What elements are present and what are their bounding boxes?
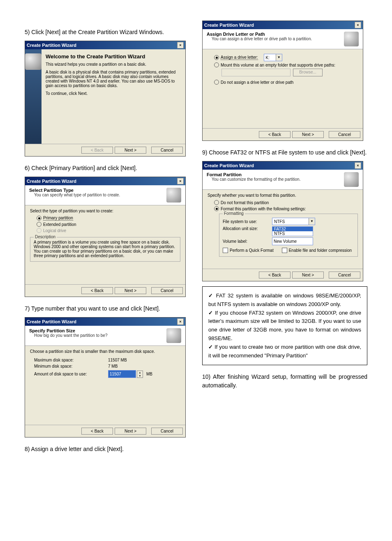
wizard-drive-letter: Create Partition Wizard × Assign Drive L… bbox=[202, 21, 363, 141]
disk-icon bbox=[166, 328, 181, 343]
window-title: Create Partition Wizard bbox=[204, 23, 254, 28]
next-button[interactable]: Next > bbox=[292, 272, 324, 279]
back-button: < Back bbox=[81, 147, 113, 154]
next-button[interactable]: Next > bbox=[115, 147, 146, 154]
cancel-button[interactable]: Cancel bbox=[329, 272, 360, 279]
cancel-button[interactable]: Cancel bbox=[151, 287, 183, 294]
next-button[interactable]: Next > bbox=[115, 287, 146, 294]
titlebar: Create Partition Wizard × bbox=[25, 318, 185, 326]
fs-dropdown-open[interactable]: FAT32 NTFS bbox=[272, 226, 313, 236]
radio-mount[interactable] bbox=[214, 62, 219, 67]
opt-no-assign[interactable]: Do not assign a drive letter or drive pa… bbox=[221, 80, 293, 85]
header-title: Format Partition bbox=[207, 172, 300, 177]
radio-no-assign[interactable] bbox=[214, 80, 219, 85]
next-button[interactable]: Next > bbox=[292, 131, 324, 138]
amount-input[interactable]: 11507 bbox=[108, 370, 136, 378]
vol-label: Volume label: bbox=[223, 239, 272, 244]
titlebar: Create Partition Wizard × bbox=[25, 41, 185, 49]
welcome-line2: A basic disk is a physical disk that con… bbox=[46, 70, 181, 88]
step-9-text: 9) Choose FAT32 or NTFS at File system t… bbox=[202, 148, 367, 157]
radio-format[interactable] bbox=[214, 206, 219, 211]
window-title: Create Partition Wizard bbox=[204, 163, 254, 168]
disk-icon bbox=[25, 53, 42, 70]
step-8-text: 8) Assign a drive letter and click [Next… bbox=[25, 445, 190, 454]
welcome-line3: To continue, click Next. bbox=[46, 91, 181, 96]
radio-assign-letter[interactable] bbox=[214, 55, 219, 60]
disk-icon bbox=[344, 32, 359, 46]
drive-letter-combo[interactable]: K:▼ bbox=[264, 54, 282, 61]
opt-mount[interactable]: Mount this volume at an empty folder tha… bbox=[221, 63, 335, 67]
chk-compression[interactable] bbox=[282, 248, 287, 253]
browse-button: Browse... bbox=[293, 69, 323, 76]
max-value: 11507 MB bbox=[108, 358, 127, 362]
window-title: Create Partition Wizard bbox=[27, 319, 76, 324]
wizard-welcome: Create Partition Wizard × Welcome to the… bbox=[25, 41, 186, 157]
desc-label: Description bbox=[34, 235, 57, 239]
next-button[interactable]: Next > bbox=[115, 428, 146, 435]
radio-extended[interactable] bbox=[37, 222, 42, 227]
opt-primary[interactable]: Primary partition bbox=[43, 216, 73, 221]
opt-format[interactable]: Format this partition with the following… bbox=[221, 207, 306, 211]
window-title: Create Partition Wizard bbox=[27, 43, 76, 48]
disk-icon bbox=[344, 172, 359, 187]
window-title: Create Partition Wizard bbox=[27, 179, 76, 184]
max-label: Maximum disk space: bbox=[34, 358, 96, 362]
close-icon[interactable]: × bbox=[177, 178, 184, 184]
radio-primary[interactable] bbox=[37, 216, 42, 221]
close-icon[interactable]: × bbox=[177, 318, 184, 325]
note-2: If you choose FAT32 system on Windows 20… bbox=[208, 309, 361, 343]
welcome-line1: This wizard helps you create a partition… bbox=[46, 62, 181, 67]
welcome-heading: Welcome to the Create Partition Wizard bbox=[46, 53, 181, 60]
chk-comp-label: Enable file and folder compression bbox=[289, 248, 352, 253]
step-10-text: 10) After finishing Wizard setup, format… bbox=[202, 373, 367, 390]
header-sub: You can assign a drive letter or drive p… bbox=[212, 37, 312, 41]
wizard-partition-type: Create Partition Wizard × Select Partiti… bbox=[25, 177, 186, 297]
opt-logical: Logical drive bbox=[43, 228, 66, 233]
header-sub: How big do you want the partition to be? bbox=[34, 333, 107, 338]
back-button[interactable]: < Back bbox=[259, 131, 291, 138]
cancel-button[interactable]: Cancel bbox=[151, 428, 183, 435]
min-value: 7 MB bbox=[108, 364, 118, 368]
opt-extended[interactable]: Extended partition bbox=[43, 222, 76, 227]
header-sub: You can customize the formatting of the … bbox=[212, 177, 300, 182]
cancel-button[interactable]: Cancel bbox=[151, 147, 183, 154]
titlebar: Create Partition Wizard × bbox=[203, 21, 363, 29]
step-5-text: 5) Click [Next] at the Create Partition … bbox=[25, 28, 190, 37]
note-3: If you want to create two or more partit… bbox=[208, 343, 361, 360]
step-6-text: 6) Check [Primary Partition] and click [… bbox=[25, 164, 190, 173]
titlebar: Create Partition Wizard × bbox=[25, 177, 185, 185]
opt-assign-letter[interactable]: Assign a drive letter: bbox=[221, 55, 258, 60]
fs-combo[interactable]: NTFS▼ bbox=[272, 218, 315, 225]
prompt: Select the type of partition you want to… bbox=[30, 209, 180, 213]
prompt: Choose a partition size that is smaller … bbox=[30, 349, 180, 354]
disk-icon bbox=[166, 188, 181, 203]
prompt: Specify whether you want to format this … bbox=[208, 193, 358, 198]
radio-no-format[interactable] bbox=[214, 200, 219, 205]
back-button[interactable]: < Back bbox=[81, 287, 113, 294]
header-sub: You can specify what type of partition t… bbox=[34, 193, 120, 197]
opt-no-format[interactable]: Do not format this partition bbox=[221, 200, 269, 205]
mb-label: MB bbox=[146, 372, 152, 376]
close-icon[interactable]: × bbox=[355, 22, 361, 28]
chk-quick-format[interactable] bbox=[223, 248, 228, 253]
notes-box: FAT 32 system is available on windows 98… bbox=[202, 286, 367, 365]
formatting-label: Formatting bbox=[223, 211, 245, 216]
spinner[interactable]: ▲▼ bbox=[137, 371, 143, 378]
close-icon[interactable]: × bbox=[355, 162, 361, 169]
close-icon[interactable]: × bbox=[177, 42, 184, 48]
amount-label: Amount of disk space to use: bbox=[34, 372, 96, 376]
header-title: Assign Drive Letter or Path bbox=[207, 32, 312, 37]
vol-input[interactable]: New Volume bbox=[272, 237, 313, 245]
wizard-sidebar bbox=[25, 49, 42, 144]
back-button[interactable]: < Back bbox=[81, 428, 113, 435]
wizard-format-partition: Create Partition Wizard × Format Partiti… bbox=[202, 161, 363, 281]
step-7-text: 7) Type number that you want to use and … bbox=[25, 304, 190, 313]
alloc-label: Allocation unit size: bbox=[223, 226, 272, 231]
note-1: FAT 32 system is available on windows 98… bbox=[208, 292, 361, 309]
back-button[interactable]: < Back bbox=[259, 272, 291, 279]
fs-label: File system to use: bbox=[223, 219, 272, 224]
mount-path-input bbox=[221, 69, 291, 76]
min-label: Minimum disk space: bbox=[34, 364, 96, 368]
cancel-button[interactable]: Cancel bbox=[329, 131, 360, 138]
desc-text: A primary partition is a volume you crea… bbox=[34, 240, 177, 258]
